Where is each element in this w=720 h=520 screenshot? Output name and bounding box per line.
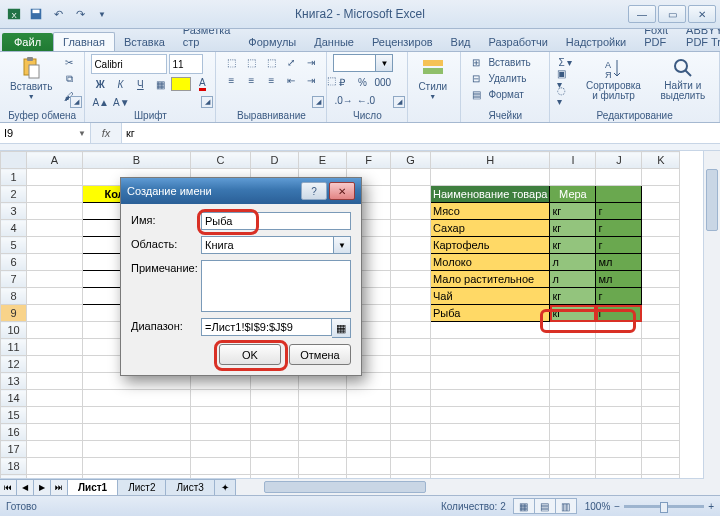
cell[interactable] [431,322,550,339]
format-cells-button[interactable]: Формат [487,86,525,102]
tab-home[interactable]: Главная [53,32,115,51]
tab-nav-first-icon[interactable]: ⏮ [0,479,17,496]
cell[interactable] [391,220,431,237]
cell[interactable]: Молоко [431,254,550,271]
cell[interactable] [550,441,596,458]
cell[interactable] [642,407,680,424]
tab-view[interactable]: Вид [442,33,480,51]
cell[interactable]: Наименование товара [431,186,550,203]
col-header[interactable]: H [431,152,550,169]
cell[interactable] [27,220,83,237]
bold-button[interactable]: Ж [91,76,109,92]
cell[interactable] [596,458,642,475]
cell[interactable] [27,458,83,475]
cell[interactable] [642,356,680,373]
comment-textarea[interactable] [201,260,351,312]
cell[interactable] [550,373,596,390]
delete-cells-button[interactable]: Удалить [487,70,527,86]
cell[interactable]: л [550,254,596,271]
cell[interactable] [550,458,596,475]
tab-developer[interactable]: Разработчи [480,33,557,51]
zoom-slider[interactable] [624,505,704,508]
cell[interactable] [431,390,550,407]
close-button[interactable]: ✕ [688,5,716,23]
dialog-titlebar[interactable]: Создание имени ? ✕ [121,178,361,204]
page-break-view-icon[interactable]: ▥ [555,498,577,514]
cell[interactable]: Картофель [431,237,550,254]
cell[interactable] [347,390,391,407]
cell[interactable] [596,356,642,373]
cell[interactable] [299,458,347,475]
col-header[interactable]: K [642,152,680,169]
cell[interactable] [596,186,642,203]
cell[interactable] [596,169,642,186]
page-layout-view-icon[interactable]: ▤ [534,498,556,514]
row-header[interactable]: 5 [1,237,27,254]
cell[interactable] [27,373,83,390]
cell[interactable] [27,169,83,186]
row-header[interactable]: 4 [1,220,27,237]
increase-indent-icon[interactable]: ⇥ [302,72,320,88]
sheet-tab-3[interactable]: Лист3 [165,479,214,495]
align-middle-icon[interactable]: ⬚ [242,54,260,70]
cell[interactable] [27,203,83,220]
border-icon[interactable]: ▦ [151,76,169,92]
align-bottom-icon[interactable]: ⬚ [262,54,280,70]
row-header[interactable]: 3 [1,203,27,220]
col-header[interactable]: J [596,152,642,169]
cell[interactable] [27,441,83,458]
cell[interactable]: кг [550,220,596,237]
decrease-decimal-icon[interactable]: ←.0 [356,92,376,108]
align-right-icon[interactable]: ≡ [262,72,280,88]
cell[interactable] [642,203,680,220]
cell[interactable] [27,288,83,305]
maximize-button[interactable]: ▭ [658,5,686,23]
col-header[interactable]: E [299,152,347,169]
row-header[interactable]: 15 [1,407,27,424]
normal-view-icon[interactable]: ▦ [513,498,535,514]
cell[interactable] [27,390,83,407]
cell[interactable] [391,373,431,390]
cell[interactable] [596,373,642,390]
col-header[interactable]: A [27,152,83,169]
cell[interactable] [27,237,83,254]
align-left-icon[interactable]: ≡ [222,72,240,88]
cell[interactable]: мл [596,271,642,288]
tab-insert[interactable]: Вставка [115,33,174,51]
tab-nav-prev-icon[interactable]: ◀ [16,479,34,496]
cell[interactable] [391,322,431,339]
align-center-icon[interactable]: ≡ [242,72,260,88]
increase-decimal-icon[interactable]: .0→ [333,92,353,108]
row-header[interactable]: 16 [1,424,27,441]
format-cells-icon[interactable]: ▤ [467,86,485,102]
cell[interactable] [391,441,431,458]
cell[interactable] [391,390,431,407]
cell[interactable] [391,288,431,305]
cell[interactable] [299,441,347,458]
cell[interactable] [596,424,642,441]
cell[interactable] [83,458,191,475]
cell[interactable] [431,169,550,186]
cell[interactable] [251,424,299,441]
row-header[interactable]: 8 [1,288,27,305]
cell[interactable] [642,424,680,441]
range-picker-icon[interactable]: ▦ [332,318,351,338]
new-sheet-icon[interactable]: ✦ [214,479,236,495]
cell[interactable] [347,458,391,475]
cell[interactable] [251,458,299,475]
row-header[interactable]: 13 [1,373,27,390]
dialog-help-icon[interactable]: ? [301,182,327,200]
scope-combo[interactable]: Книга▼ [201,236,351,254]
cell[interactable] [642,254,680,271]
cell[interactable] [391,186,431,203]
cell[interactable] [550,322,596,339]
grow-font-icon[interactable]: A▲ [91,94,110,110]
cell[interactable] [391,305,431,322]
cancel-button[interactable]: Отмена [289,344,351,365]
cell[interactable] [642,458,680,475]
tab-addins[interactable]: Надстройки [557,33,635,51]
cell[interactable] [642,237,680,254]
comma-icon[interactable]: 000 [373,74,392,90]
cell[interactable] [431,339,550,356]
sort-filter-button[interactable]: AЯ Сортировка и фильтр [578,54,648,103]
